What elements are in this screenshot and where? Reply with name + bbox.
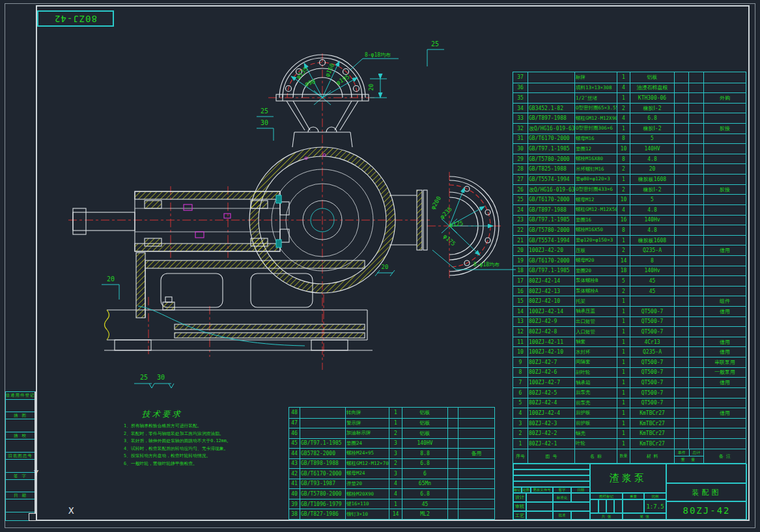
bom-cell-name: 叶轮 xyxy=(575,439,617,449)
stamp-cell xyxy=(606,499,614,513)
bom-cell-unit xyxy=(675,287,689,296)
bom-cell-name: 螺柱GM12-M12X50 xyxy=(575,205,617,215)
bom-cell-total xyxy=(689,216,704,225)
bom-cell-material: QT500-7 xyxy=(630,368,675,378)
label-sheet-no: 第 张 xyxy=(623,513,666,520)
bom-cell-seq: 32 xyxy=(513,124,528,133)
bom-cell-material: KmTBCr27 xyxy=(630,419,675,428)
bom-cell-remark xyxy=(704,256,746,266)
bom-cell-remark: 组件 xyxy=(704,296,746,306)
bom-row: 39GB/T1096-1979键16×110145 xyxy=(289,499,494,509)
bom-cell-name: 垫圈12 xyxy=(575,144,617,154)
bom-cell-seq: 40 xyxy=(289,489,300,499)
strip-blank-box xyxy=(6,499,35,512)
bom-cell-code: 80ZJ-42-14 xyxy=(528,276,575,286)
bom-row: 7100ZJ-42-7轴承箱1QT500-7借用 xyxy=(513,377,746,387)
side-flange-leaders xyxy=(432,188,516,270)
bom-cell-qty: 8 xyxy=(617,134,630,144)
bom-cell-material: 橡胶板1608 xyxy=(630,175,675,184)
bom-cell-unit xyxy=(675,388,689,398)
bom-cell-unit xyxy=(448,509,458,519)
bom-cell-total xyxy=(458,499,494,509)
bom-cell-unit xyxy=(448,479,458,489)
bom-cell-name: 螺栓M16X50 xyxy=(575,225,617,235)
bom-table-bottom: 48转向牌1铝板47警示牌1铝板46加油标示牌2铝板45GB/T97.1-198… xyxy=(289,407,495,520)
bom-cell-seq: 22 xyxy=(513,225,528,235)
bom-cell-seq: 18 xyxy=(513,266,528,276)
bom-cell-remark: 借用 xyxy=(704,408,746,418)
strip-label-box: 借通用件登记 xyxy=(6,392,35,400)
bom-cell-material: Q235-A xyxy=(630,347,675,357)
bom-cell-unit xyxy=(675,327,689,337)
bom-row: 180ZJ-42-1叶轮1KmTBCr27 xyxy=(513,438,746,449)
bom-cell-total xyxy=(458,479,494,489)
dim-label: 25 xyxy=(431,40,439,48)
bom-cell-total xyxy=(689,195,704,204)
bom-cell-name: 垫圈24 xyxy=(346,439,389,449)
bom-cell-seq: 37 xyxy=(513,72,528,83)
bom-cell-total xyxy=(458,439,494,449)
bom-cell-seq: 45 xyxy=(289,439,300,449)
bom-row: 44GB5782-2000螺栓M24×9538.8备用 xyxy=(289,448,494,458)
bom-cell-seq: 10 xyxy=(513,347,528,357)
bom-cell-name: 托架 xyxy=(575,296,617,306)
bom-row: 1280ZJ-42-8入口短管1QT500-7 xyxy=(513,326,746,337)
tech-req-line: 4、试转时，检查装配后的转动应均匀、无卡滞现象。 xyxy=(124,445,236,453)
bom-cell-remark xyxy=(704,317,746,327)
strip-label: 描 图 xyxy=(14,413,27,419)
revision-row xyxy=(513,464,590,469)
bom-cell-code: GB/T827-1986 xyxy=(300,509,346,519)
bom-cell-remark xyxy=(704,83,746,93)
bom-cell-total xyxy=(458,489,494,499)
bom-cell-qty: 18 xyxy=(617,266,630,276)
bom-cell-unit xyxy=(448,428,458,438)
dim-label: 25 xyxy=(140,374,148,381)
bom-cell-name: 泵体螺栓A xyxy=(575,287,617,296)
bom-cell-remark xyxy=(704,195,746,204)
dim-label: 30 xyxy=(260,119,268,126)
bom-row: 34GB3452.1-82O型密封圈65×3.552橡胶Ⅰ-2 xyxy=(513,103,746,113)
bom-cell-unit xyxy=(675,72,689,83)
bom-cell-material: 油浸石棉盘根 xyxy=(630,83,675,93)
dim-label: φ90 xyxy=(304,78,316,87)
bom-cell-name: 警示牌 xyxy=(346,419,389,428)
bom-cell-material: QT500-7 xyxy=(630,378,675,387)
bom-cell-unit xyxy=(448,489,458,499)
bom-row: 32改Q/HG16-019-63O型密封圈306×61橡胶Ⅰ-2胶接 xyxy=(513,123,746,133)
bom-header-total: 总计 xyxy=(690,449,704,456)
bom-cell-material: ML2 xyxy=(402,509,448,519)
bom-row: 22GB/T5780-2000螺栓M16X5084.8 xyxy=(513,225,746,235)
bom-cell-name: 前护板 xyxy=(575,419,617,428)
bom-cell-code: GB/T897-1988 xyxy=(528,205,575,215)
bom-cell-total xyxy=(689,317,704,327)
bom-cell-name: 螺母M24 xyxy=(346,469,389,479)
bom-header: 序号 图 号 名 称 数量 材 料 单件 总计 重 量 备 注 xyxy=(513,449,746,464)
bom-cell-seq: 8 xyxy=(513,368,528,378)
bom-cell-seq: 19 xyxy=(513,256,528,266)
bom-cell-code: GB/T5780-2000 xyxy=(300,489,346,499)
bom-cell-unit xyxy=(675,154,689,164)
bom-row: 42GB/T6170-2000螺母M2436 xyxy=(289,468,494,479)
bom-cell-material: QT500-7 xyxy=(630,399,675,408)
bom-cell-name: 填料13×13×308 xyxy=(575,83,617,93)
bom-cell-seq: 7 xyxy=(513,378,528,387)
bom-cell-unit xyxy=(675,256,689,266)
bom-cell-seq: 20 xyxy=(513,245,528,255)
bom-cell-seq: 21 xyxy=(513,236,528,245)
bom-cell-total xyxy=(689,266,704,276)
bom-cell-qty: 1 xyxy=(617,428,630,438)
strip-blank-box xyxy=(6,400,35,412)
bom-cell-remark xyxy=(704,236,746,245)
bom-cell-name: 螺柱GM12-M12X90 xyxy=(575,113,617,123)
bom-cell-total xyxy=(689,72,704,83)
bom-cell-name: 轴承压盖 xyxy=(575,307,617,316)
bom-cell-total xyxy=(689,245,704,255)
bom-cell-seq: 11 xyxy=(513,337,528,347)
bom-cell-total xyxy=(689,236,704,245)
bom-cell-seq: 43 xyxy=(289,459,300,469)
bom-cell-total xyxy=(458,459,494,469)
bom-cell-qty: 1 xyxy=(617,368,630,378)
bom-cell-unit xyxy=(448,459,458,469)
bom-cell-unit xyxy=(675,245,689,255)
bom-cell-total xyxy=(458,469,494,479)
